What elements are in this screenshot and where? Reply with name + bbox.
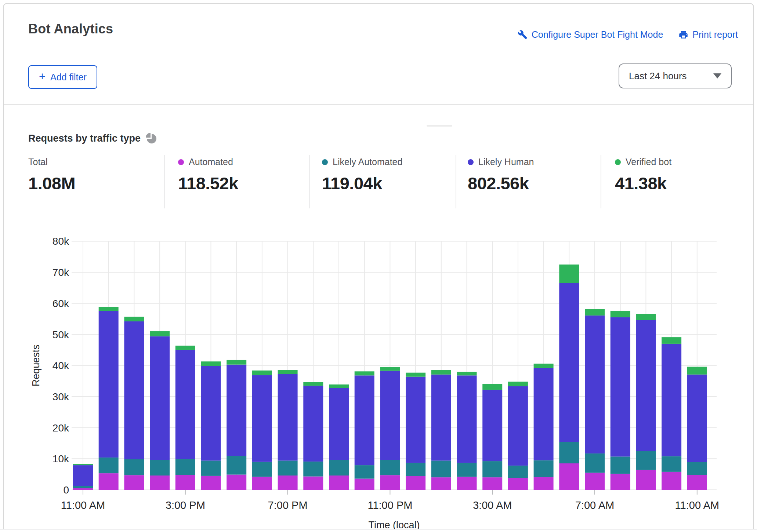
bar-segment-likely-human[interactable] — [73, 465, 93, 486]
bar-segment-likely-automated[interactable] — [73, 486, 93, 488]
bar-segment-automated[interactable] — [457, 477, 477, 490]
bar-segment-verified-bot[interactable] — [585, 309, 605, 316]
bar-segment-likely-automated[interactable] — [150, 460, 170, 475]
bar-segment-likely-human[interactable] — [559, 283, 579, 442]
bar-segment-likely-human[interactable] — [329, 388, 349, 460]
bar-segment-verified-bot[interactable] — [124, 317, 144, 321]
bar-segment-automated[interactable] — [329, 475, 349, 490]
bar-segment-verified-bot[interactable] — [508, 382, 528, 386]
bar-segment-automated[interactable] — [585, 473, 605, 490]
bar-segment-likely-automated[interactable] — [252, 462, 272, 477]
bar-segment-verified-bot[interactable] — [175, 346, 195, 350]
bar-segment-automated[interactable] — [227, 474, 246, 490]
bar-segment-likely-automated[interactable] — [559, 442, 579, 463]
bar-segment-likely-automated[interactable] — [278, 460, 298, 475]
bar-segment-automated[interactable] — [611, 474, 630, 490]
bar-segment-verified-bot[interactable] — [482, 384, 502, 390]
bar-segment-likely-automated[interactable] — [227, 456, 246, 475]
bar-segment-likely-human[interactable] — [611, 317, 630, 456]
bar-segment-verified-bot[interactable] — [303, 382, 323, 386]
bar-segment-likely-automated[interactable] — [406, 463, 425, 476]
bar-segment-likely-automated[interactable] — [687, 462, 707, 475]
bar-segment-verified-bot[interactable] — [611, 311, 630, 317]
bar-segment-automated[interactable] — [124, 475, 144, 490]
bar-segment-automated[interactable] — [99, 473, 119, 490]
bar-segment-verified-bot[interactable] — [355, 371, 374, 375]
bar-segment-likely-human[interactable] — [534, 368, 554, 460]
bar-segment-likely-automated[interactable] — [482, 461, 502, 477]
bar-segment-likely-human[interactable] — [99, 311, 119, 458]
bar-segment-automated[interactable] — [406, 476, 425, 490]
bar-segment-likely-automated[interactable] — [175, 459, 195, 475]
bar-segment-verified-bot[interactable] — [329, 385, 349, 388]
time-range-select[interactable]: Last 24 hours — [619, 63, 732, 88]
bar-segment-likely-human[interactable] — [508, 386, 528, 466]
bar-segment-likely-human[interactable] — [278, 374, 298, 460]
bar-segment-likely-human[interactable] — [431, 375, 451, 461]
bar-segment-likely-human[interactable] — [227, 365, 246, 456]
bar-segment-automated[interactable] — [687, 475, 707, 490]
bar-segment-verified-bot[interactable] — [278, 370, 298, 374]
bar-segment-verified-bot[interactable] — [252, 371, 272, 375]
bar-segment-likely-automated[interactable] — [329, 460, 349, 475]
bar-segment-verified-bot[interactable] — [406, 373, 425, 377]
bar-segment-likely-automated[interactable] — [662, 456, 681, 472]
bar-segment-verified-bot[interactable] — [636, 314, 656, 320]
bar-segment-likely-human[interactable] — [585, 316, 605, 453]
bar-segment-likely-human[interactable] — [124, 321, 144, 459]
configure-super-bot-fight-mode-link[interactable]: Configure Super Bot Fight Mode — [518, 29, 663, 40]
bar-segment-automated[interactable] — [175, 475, 195, 490]
bar-segment-likely-human[interactable] — [482, 390, 502, 461]
bar-segment-verified-bot[interactable] — [227, 360, 246, 365]
bar-segment-automated[interactable] — [662, 472, 681, 490]
bar-segment-automated[interactable] — [278, 475, 298, 490]
bar-segment-likely-automated[interactable] — [534, 460, 554, 477]
bar-segment-likely-automated[interactable] — [124, 459, 144, 475]
bar-segment-likely-human[interactable] — [457, 375, 477, 463]
bar-segment-likely-human[interactable] — [636, 320, 656, 451]
bar-segment-verified-bot[interactable] — [687, 367, 707, 375]
bar-segment-likely-human[interactable] — [252, 375, 272, 462]
bar-segment-automated[interactable] — [355, 479, 374, 490]
bar-segment-likely-automated[interactable] — [303, 462, 323, 477]
bar-segment-verified-bot[interactable] — [150, 331, 170, 336]
bar-segment-likely-automated[interactable] — [585, 453, 605, 473]
bar-segment-automated[interactable] — [559, 463, 579, 490]
bar-segment-likely-automated[interactable] — [611, 456, 630, 474]
bar-segment-likely-automated[interactable] — [201, 460, 221, 476]
bar-segment-likely-automated[interactable] — [380, 460, 400, 475]
bar-segment-likely-automated[interactable] — [99, 458, 119, 473]
bar-segment-automated[interactable] — [150, 475, 170, 490]
bar-segment-verified-bot[interactable] — [534, 364, 554, 368]
bar-segment-verified-bot[interactable] — [99, 307, 119, 311]
bar-segment-likely-human[interactable] — [303, 386, 323, 462]
bar-segment-likely-human[interactable] — [201, 366, 221, 460]
bar-segment-likely-human[interactable] — [406, 377, 425, 463]
bar-segment-verified-bot[interactable] — [431, 370, 451, 375]
bar-segment-verified-bot[interactable] — [380, 367, 400, 371]
bar-segment-likely-automated[interactable] — [457, 463, 477, 477]
bar-segment-automated[interactable] — [534, 477, 554, 490]
bar-segment-automated[interactable] — [252, 477, 272, 490]
bar-segment-verified-bot[interactable] — [457, 372, 477, 375]
bar-segment-automated[interactable] — [431, 477, 451, 490]
bar-segment-automated[interactable] — [380, 475, 400, 490]
print-report-link[interactable]: Print report — [678, 29, 738, 40]
bar-segment-likely-human[interactable] — [355, 375, 374, 465]
bar-segment-verified-bot[interactable] — [662, 337, 681, 344]
bar-segment-likely-human[interactable] — [150, 336, 170, 460]
bar-segment-automated[interactable] — [201, 476, 221, 490]
bar-segment-automated[interactable] — [303, 477, 323, 490]
bar-segment-automated[interactable] — [636, 470, 656, 490]
bar-segment-likely-automated[interactable] — [508, 466, 528, 478]
bar-segment-verified-bot[interactable] — [201, 361, 221, 366]
bar-segment-automated[interactable] — [508, 478, 528, 490]
bar-segment-likely-human[interactable] — [380, 371, 400, 460]
bar-segment-likely-automated[interactable] — [355, 465, 374, 478]
bar-segment-likely-human[interactable] — [662, 344, 681, 456]
bar-segment-likely-human[interactable] — [687, 375, 707, 462]
add-filter-button[interactable]: + Add filter — [28, 65, 97, 89]
bar-segment-automated[interactable] — [73, 488, 93, 490]
bar-segment-likely-human[interactable] — [175, 350, 195, 459]
bar-segment-verified-bot[interactable] — [73, 464, 93, 465]
